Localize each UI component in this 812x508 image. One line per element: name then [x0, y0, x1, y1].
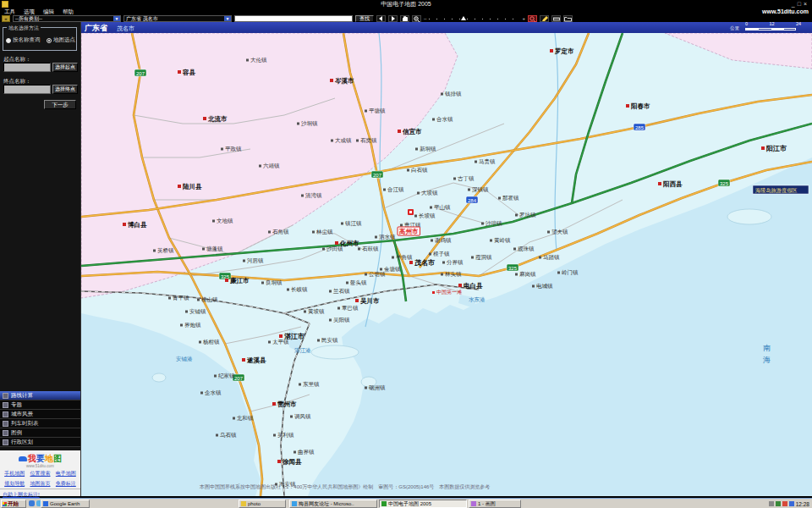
end-name-input[interactable]: [3, 85, 51, 94]
maximize-button[interactable]: □: [798, 1, 804, 7]
task-button-photo[interactable]: photo: [239, 500, 286, 508]
task-label: 1 - 画图: [478, 500, 496, 508]
select-end-button[interactable]: 选择终点: [52, 85, 78, 94]
sidebar-item-路线计算[interactable]: 路线计算: [0, 391, 80, 400]
zoom-out-icon[interactable]: [412, 15, 421, 22]
town-marker: [547, 231, 550, 234]
promo-link-位置搜索[interactable]: 位置搜索: [27, 470, 52, 478]
volume-icon[interactable]: [769, 501, 774, 506]
menu-item-3[interactable]: 帮助: [58, 8, 78, 15]
task-button-梅县网友论坛 - Microso..[interactable]: 梅县网友论坛 - Microso..: [289, 500, 377, 508]
sidebar-item-label: 专题: [11, 401, 22, 409]
town-marker: [268, 341, 271, 344]
map-town-label: 良垌镇: [266, 279, 283, 286]
town-marker: [153, 250, 156, 252]
town-marker: [417, 192, 420, 195]
map-city-label: 信宜市: [402, 128, 422, 135]
task-button-Google Earth[interactable]: Google Earth: [41, 500, 90, 508]
map-scale: 公里 01224: [730, 23, 806, 32]
window-titlebar[interactable]: 中国电子地图 2005 _□×: [0, 0, 812, 8]
town-marker: [356, 140, 359, 142]
zoom-slider-handle[interactable]: [461, 16, 466, 20]
zoom-slider-track[interactable]: [429, 19, 520, 19]
promo-link-手机地图[interactable]: 手机地图: [2, 470, 27, 478]
map-town-label: 古丁镇: [458, 175, 475, 182]
map-town-label: 林头镇: [444, 271, 462, 278]
start-name-input[interactable]: [3, 63, 51, 72]
search-button[interactable]: 查找: [355, 15, 374, 22]
back-arrow-icon[interactable]: [376, 15, 386, 22]
antivirus-icon[interactable]: [782, 501, 787, 506]
sidebar-item-icon: [3, 439, 8, 445]
collapse-panel-button[interactable]: «: [2, 15, 10, 22]
town-marker: [200, 392, 203, 395]
task-label: photo: [248, 501, 261, 506]
town-marker: [290, 416, 293, 418]
ruler-icon[interactable]: [551, 15, 561, 22]
category-select[interactable]: --所有类别--▼: [13, 15, 121, 22]
start-button[interactable]: 开始: [1, 500, 26, 508]
chevron-down-icon[interactable]: ▼: [113, 16, 120, 21]
sidebar-item-专题[interactable]: 专题: [0, 400, 80, 410]
minimize-button[interactable]: _: [792, 1, 798, 7]
show-desktop-icon[interactable]: [29, 500, 35, 506]
city-marker: [398, 130, 401, 133]
town-marker: [221, 148, 223, 151]
menu-item-1[interactable]: 选项: [19, 8, 39, 15]
select-start-button[interactable]: 选择起点: [52, 63, 78, 72]
city-marker: [242, 358, 245, 362]
map-town-label: 沙垌镇: [301, 120, 318, 127]
region-select[interactable]: 广东省 茂名市▼: [123, 15, 232, 22]
sidebar-item-行政区划[interactable]: 行政区划: [0, 438, 80, 447]
forward-arrow-icon[interactable]: [388, 15, 398, 22]
task-button-1 - 画图[interactable]: 1 - 画图: [469, 500, 521, 508]
zoom-slider[interactable]: – +: [424, 15, 525, 22]
promo-link-规划导航[interactable]: 规划导航: [2, 480, 27, 488]
window-controls[interactable]: _□×: [792, 0, 809, 8]
sidebar-item-城市风景[interactable]: 城市风景: [0, 410, 80, 419]
map-town-label: 安铺镇: [189, 308, 206, 314]
next-step-button[interactable]: 下一步: [44, 100, 76, 109]
search-input[interactable]: [234, 15, 353, 22]
map-town-label: 公馆镇: [369, 271, 386, 278]
sidebar-item-列车时刻表[interactable]: 列车时刻表: [0, 419, 80, 428]
radio-by-map[interactable]: 地图选点: [47, 36, 75, 44]
route-panel: 地名选择方法 按名称查询 地图选点 起点名称： 选择起点 终点名称： 选择终点 …: [0, 22, 80, 496]
network-icon[interactable]: [776, 501, 781, 506]
logo-char: 地: [45, 454, 53, 463]
radio-dot-selected[interactable]: [47, 38, 52, 43]
promo-link-地图首页[interactable]: 地图首页: [27, 480, 52, 488]
folder-icon[interactable]: [563, 15, 573, 22]
town-marker: [243, 260, 245, 262]
hand-pan-icon[interactable]: [400, 15, 409, 22]
town-marker: [392, 257, 394, 259]
promo-link-电子地图[interactable]: 电子地图: [53, 470, 79, 478]
placename-method-group: 地名选择方法 按名称查询 地图选点: [3, 27, 77, 51]
menu-item-2[interactable]: 编辑: [39, 8, 58, 15]
taskbar: 开始 Google Earthphoto梅县网友论坛 - Microso..中国…: [0, 498, 812, 508]
map-canvas[interactable]: 325325325207207207284285大伦镇沙垌镇六靖镇清湾镇文地镇英…: [81, 33, 812, 496]
menu-item-0[interactable]: 工具: [0, 8, 19, 15]
map-city-label: 北流市: [207, 115, 228, 123]
map-town-label: 大坡镇: [421, 190, 438, 196]
radio-by-name[interactable]: 按名称查询: [6, 36, 41, 44]
map-city-label: 岑溪市: [334, 77, 354, 85]
zoom-in-red-icon[interactable]: [528, 15, 537, 22]
input-method-icon[interactable]: [789, 501, 794, 506]
map-city-label: 茂名市: [414, 258, 435, 267]
map-town-label: 覃巴镇: [342, 305, 359, 311]
map-viewport[interactable]: 广东省 茂名市 公里 01224 32532532520720720728428…: [80, 22, 812, 496]
town-marker: [329, 319, 332, 322]
city-marker: [626, 104, 629, 108]
car-icon: [19, 456, 27, 461]
clock: 12:28: [796, 501, 809, 507]
close-button[interactable]: ×: [804, 1, 809, 7]
pencil-icon[interactable]: [540, 15, 549, 22]
map-town-label: 金塘镇: [384, 266, 401, 273]
sidebar-item-图例[interactable]: 图例: [0, 428, 80, 438]
promo-link-免费标注[interactable]: 免费标注: [53, 480, 79, 488]
map-town-label: 硇洲镇: [369, 384, 386, 391]
chevron-down-icon[interactable]: ▼: [224, 16, 231, 21]
task-button-中国电子地图 2005[interactable]: 中国电子地图 2005: [379, 500, 467, 508]
radio-dot[interactable]: [6, 38, 11, 43]
